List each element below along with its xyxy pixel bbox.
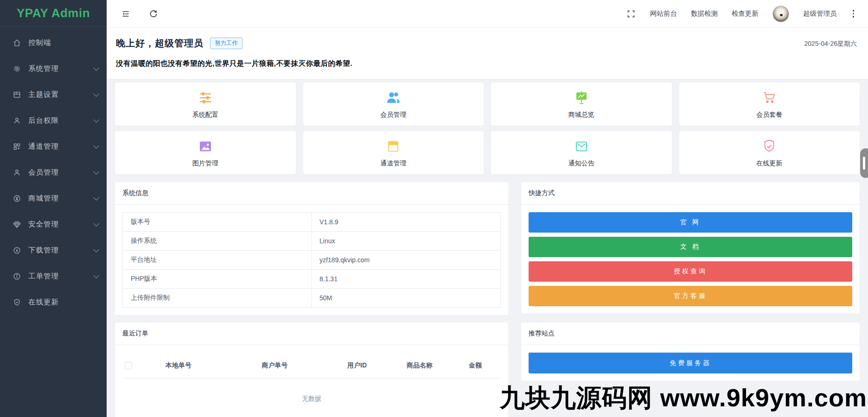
sidebar-item-tickets[interactable]: 工单管理 [0, 263, 107, 289]
sidebar-item-label: 商城管理 [28, 194, 93, 203]
shortcut-cards: 系统配置 会员管理 商城总览 会员套餐 图片管理 [115, 82, 860, 174]
user-icon [12, 168, 21, 177]
shortcut-online-update[interactable]: 在线更新 [679, 131, 860, 174]
license-query-button[interactable]: 授权查询 [529, 261, 852, 282]
sidebar-item-label: 后台权限 [28, 116, 93, 126]
column-header: 商品名称 [389, 361, 450, 370]
chevron-down-icon [93, 65, 99, 71]
chevron-down-icon [93, 221, 99, 227]
chevron-down-icon [93, 91, 99, 97]
panel-grid: 系统信息 版本号 V1.8.9 操作系统 Linux [115, 182, 860, 417]
shortcut-member-management[interactable]: 会员管理 [303, 82, 484, 126]
greeting-title: 晚上好，超级管理员 [116, 37, 204, 50]
fullscreen-icon[interactable] [626, 9, 636, 19]
sidebar-item-label: 通道管理 [28, 142, 93, 152]
sidebar-item-console[interactable]: 控制端 [0, 30, 107, 56]
panel-title: 推荐站点 [521, 322, 860, 345]
shortcut-label: 在线更新 [756, 159, 782, 168]
topbar-link-data-check[interactable]: 数据检测 [691, 9, 718, 18]
chevron-down-icon [93, 169, 99, 175]
sidebar-item-label: 在线更新 [28, 297, 97, 307]
topbar-link-check-update[interactable]: 检查更新 [732, 9, 759, 18]
table-row: 上传附件限制 50M [123, 289, 500, 307]
vertical-scrollbar-thumb[interactable] [860, 148, 868, 178]
app-root: YPAY Admin 控制端 系统管理 主题设置 后台权限 [0, 0, 868, 417]
menu-fold-icon[interactable] [121, 9, 131, 19]
chevron-down-icon [93, 143, 99, 149]
shortcut-image-management[interactable]: 图片管理 [115, 131, 296, 174]
table-row: 平台地址 yzf189.qkvip.com [123, 251, 500, 270]
shortcut-member-packages[interactable]: 会员套餐 [679, 82, 860, 126]
orders-table-header: 本地单号 商户单号 用户ID 商品名称 金额 [122, 353, 501, 379]
chevron-down-icon [93, 246, 99, 253]
sidebar-item-channels[interactable]: 通道管理 [0, 133, 107, 159]
refresh-icon[interactable] [148, 9, 159, 19]
window-icon [385, 138, 402, 157]
select-all-checkbox[interactable] [125, 362, 132, 369]
download-circle-icon [12, 246, 21, 255]
topbar-link-site-front[interactable]: 网站前台 [650, 9, 677, 18]
info-circle-icon [12, 272, 21, 281]
diamond-icon [12, 220, 21, 229]
sidebar-item-security[interactable]: 安全管理 [0, 211, 107, 237]
home-icon [12, 38, 21, 47]
official-support-button[interactable]: 官方客服 [529, 286, 852, 306]
info-label: 版本号 [123, 213, 312, 231]
avatar[interactable] [772, 6, 789, 22]
column-header: 金额 [450, 361, 501, 370]
sidebar-item-label: 系统管理 [28, 64, 93, 74]
sidebar-item-online-update[interactable]: 在线更新 [0, 289, 107, 315]
sidebar-item-downloads[interactable]: 下载管理 [0, 237, 107, 263]
shield-check-icon [12, 297, 21, 307]
layout-icon [12, 90, 21, 99]
shortcut-mall-overview[interactable]: 商城总览 [491, 82, 672, 126]
info-value: 50M [312, 289, 500, 307]
user-icon [12, 116, 21, 125]
shortcut-label: 图片管理 [192, 159, 218, 168]
panel-title: 系统信息 [115, 182, 508, 205]
info-value: yzf189.qkvip.com [312, 251, 500, 269]
chart-board-icon [573, 89, 590, 108]
shortcut-system-config[interactable]: 系统配置 [115, 82, 296, 126]
panel-title: 快捷方式 [521, 182, 860, 205]
shortcut-channel-management[interactable]: 通道管理 [303, 131, 484, 174]
sidebar-item-label: 会员管理 [28, 168, 93, 177]
info-value: V1.8.9 [312, 213, 500, 231]
main-area: 网站前台 数据检测 检查更新 超级管理员 晚上好，超级管理员 努力工作 没有温暖… [107, 0, 868, 417]
sidebar-item-system[interactable]: 系统管理 [0, 56, 107, 82]
info-label: PHP版本 [123, 270, 312, 288]
sidebar-item-members[interactable]: 会员管理 [0, 159, 107, 185]
app-logo: YPAY Admin [0, 0, 107, 27]
docs-button[interactable]: 文 档 [529, 237, 852, 257]
more-dots-icon[interactable] [851, 8, 856, 19]
username[interactable]: 超级管理员 [803, 9, 837, 18]
column-header: 本地单号 [132, 361, 225, 370]
official-site-button[interactable]: 官 网 [529, 212, 852, 233]
sidebar-item-label: 主题设置 [28, 90, 93, 100]
shortcut-announcements[interactable]: 通知公告 [491, 131, 672, 174]
shortcut-label: 会员套餐 [756, 111, 782, 119]
grid-plus-icon [12, 142, 21, 151]
free-server-button[interactable]: 免费服务器 [529, 353, 852, 373]
sidebar-item-mall[interactable]: 商城管理 [0, 185, 107, 211]
shortcut-label: 通知公告 [568, 159, 594, 168]
sidebar-item-label: 控制端 [28, 38, 97, 48]
table-row: 版本号 V1.8.9 [123, 213, 500, 232]
shortcut-label: 通道管理 [380, 159, 406, 168]
table-row: 操作系统 Linux [123, 232, 500, 251]
chevron-down-icon [93, 195, 99, 201]
image-icon [197, 138, 214, 157]
sidebar-item-admin-perms[interactable]: 后台权限 [0, 107, 107, 133]
sidebar-item-label: 下载管理 [28, 246, 93, 255]
info-label: 平台地址 [123, 251, 312, 269]
system-info-panel: 系统信息 版本号 V1.8.9 操作系统 Linux [115, 182, 508, 315]
shortcut-label: 商城总览 [568, 111, 594, 119]
sidebar-item-label: 安全管理 [28, 220, 93, 229]
users-icon [385, 89, 402, 108]
column-header: 用户ID [325, 361, 389, 370]
greeting-banner: 晚上好，超级管理员 努力工作 没有温暖的阳也没有希望的光,世界只是一片狼藉,不要… [107, 28, 868, 79]
table-row: PHP版本 8.1.31 [123, 270, 500, 289]
shortcut-label: 系统配置 [192, 111, 218, 119]
sidebar-menu: 控制端 系统管理 主题设置 后台权限 通道管理 [0, 27, 107, 315]
sidebar-item-theme[interactable]: 主题设置 [0, 82, 107, 107]
